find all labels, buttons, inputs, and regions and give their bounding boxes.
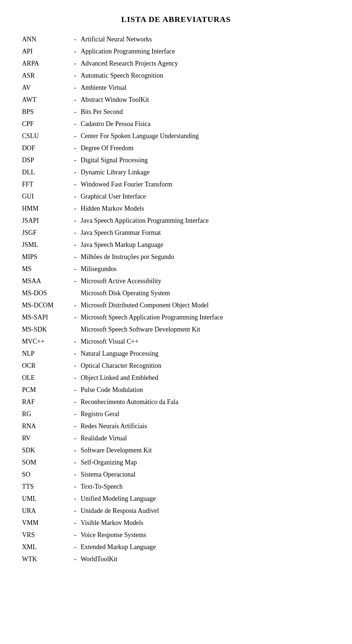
abbr-dash: - [70, 494, 81, 504]
abbr-code: PCM [22, 385, 70, 395]
abbreviation-row: JSML-Java Speech Markup Language [22, 240, 330, 250]
abbr-code: ASR [22, 71, 70, 81]
abbr-definition: Application Programming Interface [81, 47, 330, 56]
abbr-dash: - [70, 59, 81, 69]
abbreviation-row: SO-Sistema Operacional [22, 470, 330, 480]
abbr-dash: - [70, 433, 81, 443]
abbr-code: ARPA [22, 59, 70, 69]
abbreviation-row: AV-Ambiente Virtual [22, 83, 330, 93]
abbr-definition: Advanced Research Projects Agency [81, 59, 330, 69]
abbr-definition: Ambiente Virtual [81, 83, 330, 93]
abbr-code: BPS [22, 107, 70, 117]
abbr-definition: Microsoft Active Accessibility [81, 276, 330, 286]
abbreviation-row: WTK-WorldToolKit [22, 554, 330, 564]
abbr-code: MSAA [22, 276, 70, 286]
abbr-code: OCR [22, 361, 70, 371]
abbr-dash: - [70, 482, 81, 492]
abbreviation-row: MIPS-Milhões de Instruções por Segundo [22, 252, 330, 262]
abbreviation-row: ANN-Artificial Neural Networks [22, 34, 330, 44]
abbr-code: MS-SDK [22, 325, 70, 334]
abbr-definition: WorldToolKit [81, 554, 330, 564]
abbr-dash: - [70, 264, 81, 274]
abbr-definition: Bits Per Second [81, 107, 330, 117]
abbr-definition: Voice Response Systems [81, 530, 330, 540]
abbr-dash: - [70, 397, 81, 407]
abbr-definition: Degree Of Freedom [81, 143, 330, 153]
abbr-code: SDK [22, 445, 70, 455]
abbreviation-row: RAF-Reconhecimento Automático da Fala [22, 397, 330, 407]
abbr-code: URA [22, 506, 70, 516]
abbreviation-row: MS-DOSMicrosoft Disk Operating System [22, 288, 330, 298]
abbr-code: GUI [22, 192, 70, 201]
abbreviation-row: MS-DCOM-Microsoft Distributed Component … [22, 300, 330, 310]
abbr-code: TTS [22, 482, 70, 492]
abbr-dash: - [70, 71, 81, 81]
abbreviation-row: HMM-Hidden Markov Models [22, 204, 330, 214]
abbreviation-row: ASR-Automatic Speech Recognition [22, 71, 330, 81]
page-container: LISTA DE ABREVIATURAS ANN-Artificial Neu… [22, 15, 330, 564]
abbr-definition: Optical Character Recognition [81, 361, 330, 371]
abbr-code: SOM [22, 458, 70, 467]
abbr-code: MVC++ [22, 337, 70, 347]
abbr-dash: - [70, 119, 81, 129]
abbr-dash: - [70, 542, 81, 552]
abbr-dash: - [70, 506, 81, 516]
abbr-dash: - [70, 458, 81, 467]
abbr-code: VRS [22, 530, 70, 540]
abbreviation-row: SDK-Software Development Kit [22, 445, 330, 455]
abbr-code: MS-DCOM [22, 300, 70, 310]
abbr-definition: Reconhecimento Automático da Fala [81, 397, 330, 407]
abbr-definition: Cadastro De Pessoa Física [81, 119, 330, 129]
abbr-code: MS-DOS [22, 288, 70, 298]
abbr-dash: - [70, 421, 81, 431]
abbr-code: RAF [22, 397, 70, 407]
abbr-dash: - [70, 409, 81, 419]
abbreviation-row: DOF-Degree Of Freedom [22, 143, 330, 153]
abbr-dash: - [70, 530, 81, 540]
abbreviation-row: API-Application Programming Interface [22, 47, 330, 56]
abbr-code: ANN [22, 34, 70, 44]
abbr-code: NLP [22, 349, 70, 359]
abbreviation-row: GUI-Graphical User Interface [22, 192, 330, 201]
abbr-definition: Microsoft Speech Application Programming… [81, 312, 330, 322]
abbr-dash: - [70, 179, 81, 189]
abbr-definition: Dynamic Library Linkage [81, 167, 330, 177]
abbreviation-row: MS-SDKMicrosoft Speech Software Developm… [22, 325, 330, 334]
abbr-definition: Abstract Window ToolKit [81, 95, 330, 105]
abbr-dash: - [70, 240, 81, 250]
abbr-definition: Artificial Neural Networks [81, 34, 330, 44]
abbr-definition: Milhões de Instruções por Segundo [81, 252, 330, 262]
abbreviation-row: OLE-Object Linked and Emblebed [22, 373, 330, 383]
abbr-dash: - [70, 95, 81, 105]
abbreviation-row: MVC++-Microsoft Visual C++ [22, 337, 330, 347]
abbr-dash: - [70, 228, 81, 238]
abbr-dash: - [70, 107, 81, 117]
abbr-definition: Digital Signal Processing [81, 155, 330, 165]
abbr-code: RG [22, 409, 70, 419]
abbreviation-row: OCR-Optical Character Recognition [22, 361, 330, 371]
abbr-code: HMM [22, 204, 70, 214]
abbr-definition: Unidade de Resposta Audível [81, 506, 330, 516]
abbr-definition: Hidden Markov Models [81, 204, 330, 214]
abbr-code: FFT [22, 179, 70, 189]
abbr-code: DOF [22, 143, 70, 153]
abbr-dash: - [70, 204, 81, 214]
abbr-dash: - [70, 216, 81, 226]
abbr-definition: Extended Markup Language [81, 542, 330, 552]
abbr-definition: Pulse Code Modulation [81, 385, 330, 395]
abbreviation-row: BPS-Bits Per Second [22, 107, 330, 117]
abbr-definition: Graphical User Interface [81, 192, 330, 201]
abbreviation-row: AWT-Abstract Window ToolKit [22, 95, 330, 105]
abbreviation-row: PCM-Pulse Code Modulation [22, 385, 330, 395]
abbreviation-row: NLP-Natural Language Processing [22, 349, 330, 359]
abbreviation-row: MSAA-Microsoft Active Accessibility [22, 276, 330, 286]
abbr-code: SO [22, 470, 70, 480]
abbr-code: MS [22, 264, 70, 274]
abbr-code: API [22, 47, 70, 56]
abbr-definition: Milisegundos [81, 264, 330, 274]
abbr-code: MIPS [22, 252, 70, 262]
abbr-definition: Object Linked and Emblebed [81, 373, 330, 383]
abbr-code: AWT [22, 95, 70, 105]
abbreviation-row: CSLU-Center For Spoken Language Understa… [22, 131, 330, 141]
abbr-dash: - [70, 337, 81, 347]
